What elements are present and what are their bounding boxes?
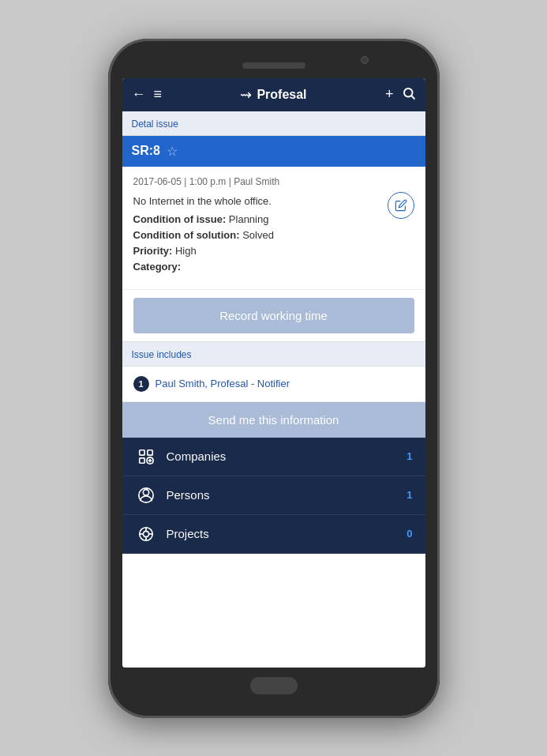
screen: ← ≡ ⇝ Profesal + Detal issue SR: [122, 78, 425, 668]
bottom-nav: Companies 1 Persons 1 [122, 438, 425, 554]
navbar-actions: + [385, 86, 416, 103]
issue-description: No Internet in the whole office. [133, 195, 414, 207]
phone-speaker [242, 62, 305, 69]
persons-icon [135, 487, 157, 504]
issue-body: No Internet in the whole office. Conditi… [133, 195, 414, 283]
condition-issue-label: Condition of issue: [133, 213, 227, 225]
condition-solution-label: Condition of solution: [133, 229, 240, 241]
issue-category: Category: [133, 261, 414, 273]
nav-item-companies[interactable]: Companies 1 [122, 438, 425, 476]
send-me-info-button[interactable]: Send me this information [122, 402, 425, 438]
companies-icon [135, 448, 157, 465]
projects-icon [135, 525, 157, 543]
svg-point-12 [143, 531, 148, 536]
issue-id: SR:8 [132, 144, 160, 158]
navbar: ← ≡ ⇝ Profesal + [122, 78, 425, 111]
projects-count: 0 [407, 528, 412, 540]
priority-value: High [175, 245, 197, 257]
priority-label: Priority: [133, 245, 173, 257]
svg-rect-3 [147, 449, 152, 454]
svg-rect-4 [139, 457, 144, 462]
svg-point-0 [404, 88, 413, 97]
condition-solution-value: Solved [242, 229, 274, 241]
persons-label: Persons [167, 488, 398, 502]
notifier-row: 1 Paul Smith, Profesal - Notifier [122, 367, 425, 402]
back-icon[interactable]: ← [132, 86, 146, 103]
phone-frame: ← ≡ ⇝ Profesal + Detal issue SR: [108, 39, 440, 718]
add-icon[interactable]: + [385, 86, 394, 103]
issue-condition-solution: Condition of solution: Solved [133, 229, 414, 241]
notifier-badge: 1 [133, 376, 149, 392]
companies-label: Companies [167, 449, 398, 463]
issue-includes-section-bar: Issue includes [122, 341, 425, 367]
issue-date: 2017-06-05 | 1:00 p.m | Paul Smith [133, 176, 414, 187]
issue-priority: Priority: High [133, 245, 414, 257]
navbar-logo: ⇝ Profesal [170, 86, 377, 103]
content-area: 2017-06-05 | 1:00 p.m | Paul Smith No In… [122, 167, 425, 668]
record-working-time-button[interactable]: Record working time [133, 298, 414, 333]
app-title: Profesal [257, 88, 306, 102]
search-icon[interactable] [402, 86, 416, 103]
issue-condition-issue: Condition of issue: Planning [133, 213, 414, 225]
phone-home-button[interactable] [250, 677, 298, 694]
condition-issue-value: Planning [229, 213, 269, 225]
notifier-text[interactable]: Paul Smith, Profesal - Notifier [155, 378, 290, 389]
breadcrumb-text: Detal issue [132, 118, 178, 130]
nav-item-persons[interactable]: Persons 1 [122, 476, 425, 515]
issue-title-bar: SR:8 ☆ [122, 136, 425, 167]
category-label: Category: [133, 261, 182, 273]
edit-button[interactable] [388, 192, 414, 219]
breadcrumb-bar: Detal issue [122, 111, 425, 136]
logo-icon: ⇝ [240, 86, 252, 103]
nav-item-projects[interactable]: Projects 0 [122, 515, 425, 554]
phone-camera [361, 56, 369, 64]
issue-meta: 2017-06-05 | 1:00 p.m | Paul Smith No In… [122, 167, 425, 290]
companies-count: 1 [407, 450, 412, 462]
issue-includes-label: Issue includes [132, 349, 192, 360]
svg-point-9 [143, 489, 148, 495]
projects-label: Projects [167, 527, 398, 540]
svg-line-1 [411, 96, 414, 99]
persons-count: 1 [407, 489, 412, 501]
svg-rect-2 [139, 449, 144, 454]
menu-icon[interactable]: ≡ [154, 86, 163, 103]
star-icon[interactable]: ☆ [167, 144, 178, 159]
